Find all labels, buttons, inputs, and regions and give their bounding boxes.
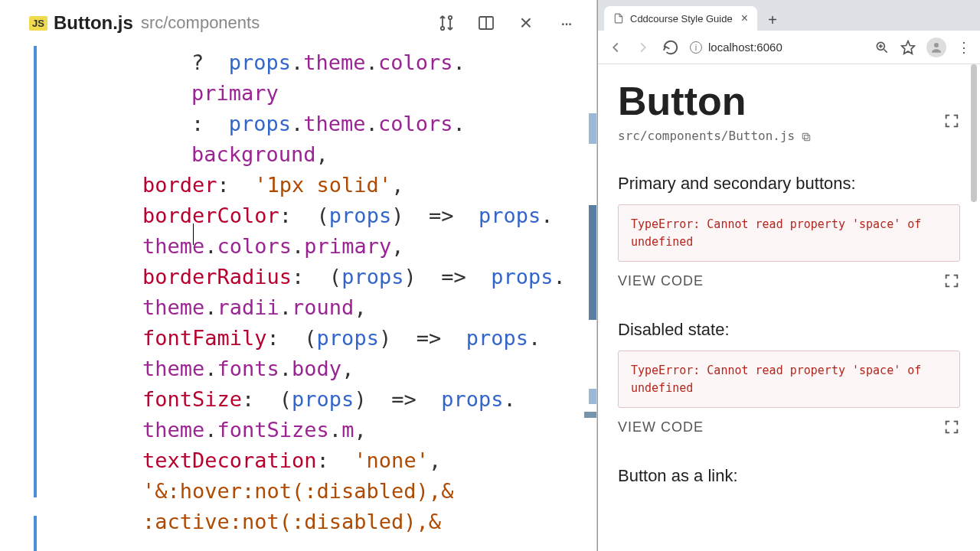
svg-point-0 — [441, 27, 444, 30]
styleguide-page: Button src/components/Button.js Primary … — [598, 64, 980, 551]
browser-tab[interactable]: Cddcourse Style Guide × — [604, 6, 757, 31]
browser-pane: Cddcourse Style Guide × + i localhost:60… — [597, 0, 980, 551]
component-path: src/components/Button.js — [618, 129, 795, 143]
section-title: Primary and secondary buttons: — [618, 174, 960, 194]
code-line[interactable]: ? props.theme.colors. — [69, 47, 589, 78]
profile-avatar[interactable] — [926, 37, 946, 57]
address-bar[interactable]: i localhost:6060 — [690, 41, 864, 54]
copy-path-icon[interactable] — [801, 131, 812, 142]
svg-point-9 — [934, 43, 939, 47]
svg-line-5 — [884, 49, 887, 52]
error-message: TypeError: Cannot read property 'space' … — [618, 350, 960, 408]
compare-changes-icon[interactable] — [437, 14, 456, 32]
code-editor[interactable]: ? props.theme.colors.primary: props.them… — [0, 46, 596, 551]
nav-back-icon[interactable] — [607, 39, 624, 56]
file-type-badge: JS — [29, 16, 47, 31]
view-code-button[interactable]: VIEW CODE — [618, 419, 704, 435]
scrollbar[interactable] — [971, 64, 977, 551]
code-line[interactable]: fontFamily: (props) => props. — [69, 323, 589, 354]
browser-menu-icon[interactable]: ⋮ — [957, 39, 971, 56]
close-tab-icon[interactable]: × — [517, 14, 535, 32]
section-title: Button as a link: — [618, 466, 960, 486]
code-line[interactable]: borderRadius: (props) => props. — [69, 262, 589, 292]
fullscreen-example-icon[interactable] — [943, 272, 960, 289]
code-line[interactable]: theme.fonts.body, — [69, 354, 589, 384]
code-line[interactable]: theme.fontSizes.m, — [69, 415, 589, 445]
fullscreen-example-icon[interactable] — [943, 419, 960, 435]
zoom-icon[interactable] — [874, 40, 890, 55]
tab-filename[interactable]: Button.js — [54, 12, 133, 34]
svg-rect-10 — [805, 135, 810, 140]
browser-toolbar: i localhost:6060 ⋮ — [598, 31, 980, 64]
tab-filepath: src/components — [141, 13, 260, 33]
code-line[interactable]: '&:hover:not(:disabled),& — [69, 476, 589, 507]
bookmark-icon[interactable] — [900, 40, 916, 55]
nav-forward-icon — [635, 39, 652, 56]
svg-point-1 — [449, 16, 452, 19]
split-editor-icon[interactable] — [477, 14, 495, 32]
editor-tabbar: JS Button.js src/components × ··· — [0, 0, 596, 46]
svg-marker-8 — [902, 41, 915, 54]
code-line[interactable]: borderColor: (props) => props. — [69, 201, 589, 231]
view-code-button[interactable]: VIEW CODE — [618, 273, 704, 289]
error-message: TypeError: Cannot read property 'space' … — [618, 204, 960, 262]
site-info-icon[interactable]: i — [690, 41, 702, 54]
editor-pane: JS Button.js src/components × ··· ? prop… — [0, 0, 597, 551]
svg-rect-11 — [803, 133, 808, 139]
more-actions-icon[interactable]: ··· — [557, 14, 575, 32]
page-title: Button — [618, 78, 746, 124]
code-line[interactable]: textDecoration: 'none', — [69, 445, 589, 476]
code-line[interactable]: theme.radii.round, — [69, 292, 589, 323]
code-line[interactable]: :active:not(:disabled),& — [69, 507, 589, 537]
code-line[interactable]: fontSize: (props) => props. — [69, 384, 589, 415]
browser-tab-strip: Cddcourse Style Guide × + — [598, 0, 980, 31]
new-tab-button[interactable]: + — [762, 9, 783, 31]
code-line[interactable]: theme.colors.primary, — [69, 231, 589, 262]
text-cursor — [193, 223, 194, 245]
close-browser-tab-icon[interactable]: × — [741, 11, 748, 25]
section-title: Disabled state: — [618, 320, 960, 340]
code-line[interactable]: : props.theme.colors. — [69, 109, 589, 139]
reload-icon[interactable] — [662, 39, 679, 56]
browser-tab-title: Cddcourse Style Guide — [630, 13, 733, 24]
code-line[interactable]: border: '1px solid', — [69, 170, 589, 201]
code-line[interactable]: background, — [69, 139, 589, 170]
page-icon — [613, 13, 624, 24]
url-text: localhost:6060 — [708, 41, 782, 54]
code-line[interactable]: primary — [69, 78, 589, 109]
fullscreen-icon[interactable] — [943, 93, 960, 109]
